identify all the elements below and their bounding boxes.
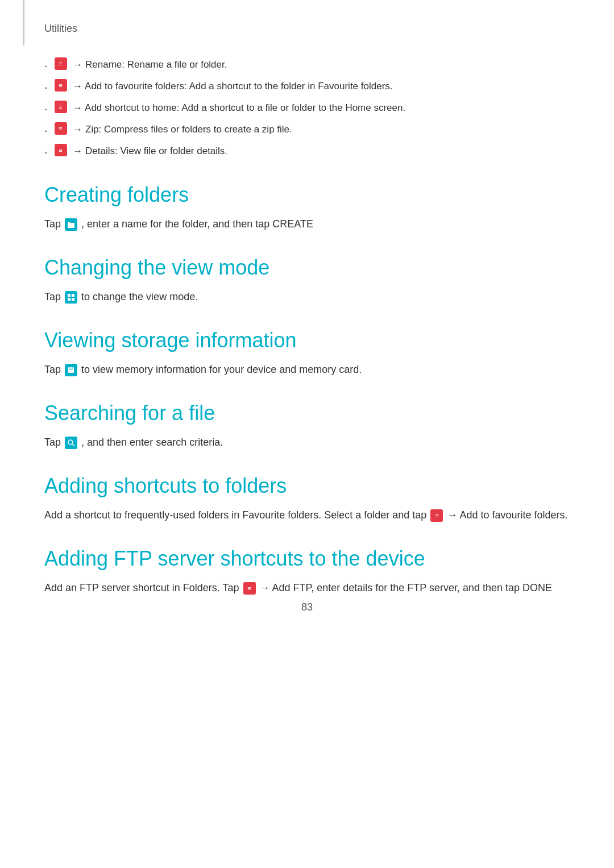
adding-ftp-heading: Adding FTP server shortcuts to the devic… xyxy=(44,546,570,571)
left-border-decoration xyxy=(23,0,24,45)
svg-rect-1 xyxy=(68,222,70,223)
list-item: · ≡ → Details: View file or folder detai… xyxy=(44,144,570,160)
svg-rect-4 xyxy=(68,298,70,301)
menu-icon: ≡ xyxy=(55,122,67,135)
list-item: · ≡ → Add shortcut to home: Add a shortc… xyxy=(44,101,570,117)
menu-icon: ≡ xyxy=(55,101,67,113)
svg-rect-3 xyxy=(72,294,74,297)
folder-icon xyxy=(65,218,77,231)
adding-ftp-body: Add an FTP server shortcut in Folders. T… xyxy=(44,580,570,596)
page-container: Utilities · ≡ → Rename: Rename a file or… xyxy=(0,0,614,636)
svg-point-7 xyxy=(68,440,73,445)
svg-rect-2 xyxy=(68,294,70,297)
svg-line-8 xyxy=(72,444,74,446)
bullet-dot: · xyxy=(44,79,48,95)
menu-icon-ftp: ≡ xyxy=(243,582,256,595)
searching-file-heading: Searching for a file xyxy=(44,401,570,425)
viewing-storage-heading: Viewing storage information xyxy=(44,328,570,352)
menu-icon: ≡ xyxy=(55,57,67,70)
list-item: · ≡ → Add to favourite folders: Add a sh… xyxy=(44,79,570,95)
bullet-dot: · xyxy=(44,122,48,138)
viewing-storage-body: Tap to view memory information for your … xyxy=(44,362,570,378)
grid-icon xyxy=(65,291,77,304)
list-item: · ≡ → Rename: Rename a file or folder. xyxy=(44,57,570,73)
adding-shortcuts-body: Add a shortcut to frequently-used folder… xyxy=(44,507,570,524)
changing-view-mode-body: Tap to change the view mode. xyxy=(44,289,570,305)
bullet-dot: · xyxy=(44,57,48,73)
svg-rect-5 xyxy=(72,298,74,301)
list-item: · ≡ → Zip: Compress files or folders to … xyxy=(44,122,570,138)
adding-shortcuts-heading: Adding shortcuts to folders xyxy=(44,474,570,498)
list-item-text: → Add to favourite folders: Add a shortc… xyxy=(70,79,393,94)
list-item-text: → Zip: Compress files or folders to crea… xyxy=(70,122,292,137)
menu-icon: ≡ xyxy=(430,509,443,522)
creating-folders-heading: Creating folders xyxy=(44,182,570,207)
bullet-dot: · xyxy=(44,144,48,160)
list-item-text: → Rename: Rename a file or folder. xyxy=(70,57,227,72)
searching-file-body: Tap , and then enter search criteria. xyxy=(44,434,570,451)
svg-rect-6 xyxy=(68,367,74,373)
changing-view-mode-heading: Changing the view mode xyxy=(44,255,570,280)
svg-rect-0 xyxy=(68,223,74,228)
search-icon xyxy=(65,437,77,449)
bullet-list: · ≡ → Rename: Rename a file or folder. ·… xyxy=(44,57,570,160)
page-number: 83 xyxy=(0,601,614,613)
section-label: Utilities xyxy=(44,23,570,35)
creating-folders-body: Tap , enter a name for the folder, and t… xyxy=(44,216,570,232)
menu-icon: ≡ xyxy=(55,79,67,92)
sd-card-icon xyxy=(65,364,77,376)
list-item-text: → Details: View file or folder details. xyxy=(70,144,228,159)
menu-icon: ≡ xyxy=(55,144,67,156)
bullet-dot: · xyxy=(44,101,48,117)
list-item-text: → Add shortcut to home: Add a shortcut t… xyxy=(70,101,406,115)
